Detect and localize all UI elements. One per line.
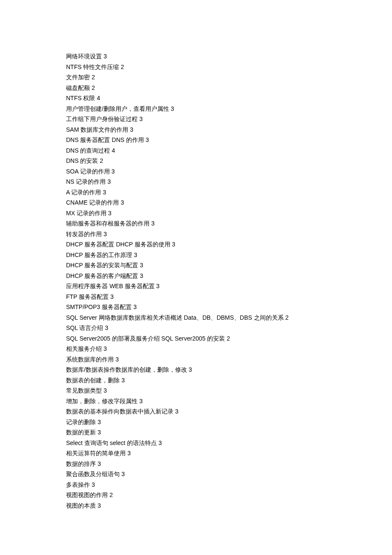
text-line: 文件加密 2 (66, 72, 326, 83)
text-line: 用户管理创建/删除用户，查看用户属性 3 (66, 104, 326, 114)
text-line: 多表操作 3 (66, 480, 326, 490)
text-line: SAM 数据库文件的作用 3 (66, 124, 326, 135)
text-line: 相关服务介绍 3 (66, 344, 326, 354)
text-line: NS 记录的作用 3 (66, 176, 326, 187)
text-line: 聚合函数及分组语句 3 (66, 469, 326, 480)
text-line: NTFS 特性文件压缩 2 (66, 62, 326, 72)
text-line: 数据的排序 3 (66, 459, 326, 469)
text-line: 磁盘配额 2 (66, 83, 326, 93)
text-line: DNS 的查询过程 4 (66, 145, 326, 156)
text-line: 辅助服务器和存根服务器的作用 3 (66, 218, 326, 229)
document-body: 网络环境设置 3NTFS 特性文件压缩 2文件加密 2磁盘配额 2NTFS 权限… (66, 51, 326, 511)
text-line: CNAME 记录的作用 3 (66, 197, 326, 208)
text-line: 数据表的创建，删除 3 (66, 375, 326, 386)
text-line: 系统数据库的作用 3 (66, 354, 326, 365)
text-line: 工作组下用户身份验证过程 3 (66, 114, 326, 124)
text-line: DHCP 服务器的工作原理 3 (66, 250, 326, 260)
text-line: 常见数据类型 3 (66, 385, 326, 396)
text-line: 记录的删除 3 (66, 417, 326, 428)
text-line: 网络环境设置 3 (66, 51, 326, 62)
text-line: DNS 服务器配置 DNS 的作用 3 (66, 135, 326, 145)
text-line: 应用程序服务器 WEB 服务器配置 3 (66, 281, 326, 292)
text-line: 增加，删除，修改字段属性 3 (66, 396, 326, 407)
text-line: SQL Server2005 的部署及服务介绍 SQL Server2005 的… (66, 333, 326, 344)
text-line: SOA 记录的作用 3 (66, 166, 326, 177)
text-line: DHCP 服务器配置 DHCP 服务器的使用 3 (66, 239, 326, 250)
text-line: 数据库/数据表操作数据库的创建，删除，修改 3 (66, 364, 326, 375)
text-line: 视图的本质 3 (66, 500, 326, 511)
text-line: 数据表的基本操作向数据表中插入新记录 3 (66, 406, 326, 417)
text-line: FTP 服务器配置 3 (66, 292, 326, 302)
text-line: MX 记录的作用 3 (66, 208, 326, 219)
text-line: DHCP 服务器的安装与配置 3 (66, 260, 326, 271)
text-line: SMTP/POP3 服务器配置 3 (66, 302, 326, 312)
text-line: SQL Server 网络数据库数据库相关术语概述 Data、DB、DBMS、D… (66, 312, 326, 323)
text-line: DHCP 服务器的客户端配置 3 (66, 271, 326, 281)
text-line: SQL 语言介绍 3 (66, 323, 326, 333)
text-line: A 记录的作用 3 (66, 187, 326, 198)
text-line: NTFS 权限 4 (66, 93, 326, 104)
text-line: 转发器的作用 3 (66, 229, 326, 240)
text-line: Select 查询语句 select 的语法特点 3 (66, 438, 326, 448)
text-line: 视图视图的作用 2 (66, 490, 326, 500)
text-line: 相关运算符的简单使用 3 (66, 448, 326, 459)
text-line: DNS 的安装 2 (66, 156, 326, 166)
text-line: 数据的更新 3 (66, 427, 326, 438)
